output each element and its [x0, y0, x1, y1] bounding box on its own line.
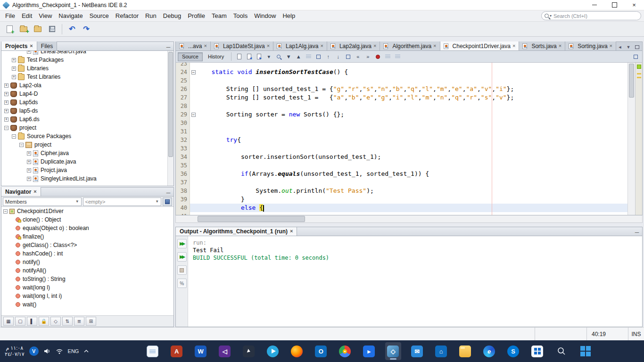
expander-icon[interactable]: +	[27, 151, 31, 156]
tree-item[interactable]: +Lap2-ola	[1, 81, 173, 90]
member-item[interactable]: equals(Object o) : boolean	[1, 224, 173, 232]
find-next-button[interactable]: ▼	[284, 52, 293, 61]
tree-item[interactable]: +Test Packages	[1, 56, 173, 64]
taskbar-access-icon[interactable]: A	[169, 342, 185, 360]
expander-icon[interactable]: −	[12, 134, 16, 139]
sort-by-visibility-icon[interactable]: ◇	[50, 317, 61, 326]
close-icon[interactable]: ×	[33, 189, 36, 194]
show-non-public-members-icon[interactable]: 🔒	[39, 317, 49, 326]
menu-view[interactable]: View	[35, 11, 55, 21]
member-item[interactable]: toString() : String	[1, 275, 173, 283]
shift-right-button[interactable]: »	[363, 52, 372, 61]
taskbar-store-icon[interactable]: ⌂	[433, 342, 449, 360]
close-button[interactable]: ×	[624, 0, 644, 10]
shift-left-button[interactable]: «	[353, 52, 363, 61]
tree-item[interactable]: +lap5-ds	[1, 107, 173, 115]
back-button[interactable]: ◄	[244, 52, 254, 61]
undo-button[interactable]: ↶	[66, 23, 79, 35]
menu-source[interactable]: Source	[86, 11, 112, 21]
member-item[interactable]: hashCode() : int	[1, 249, 173, 258]
wifi-icon[interactable]	[56, 348, 63, 354]
new-project-button[interactable]	[17, 23, 30, 35]
toggle-bookmark-button[interactable]	[343, 52, 353, 61]
taskbar-notepad-icon[interactable]	[145, 342, 161, 360]
expander-icon[interactable]: +	[12, 58, 16, 62]
quick-search-box[interactable]: ▾	[541, 11, 641, 20]
expander-icon[interactable]: +	[4, 100, 8, 105]
member-item[interactable]: wait(long l, int i)	[1, 292, 173, 300]
taskbar-design-tool-icon[interactable]	[241, 342, 257, 360]
expander-icon[interactable]: +	[12, 66, 16, 71]
close-icon[interactable]: ×	[267, 43, 270, 49]
tray-app-icon[interactable]: V	[29, 346, 39, 356]
hidden-icons-chevron-icon[interactable]	[83, 349, 89, 353]
projects-scrollbar[interactable]	[167, 51, 173, 186]
menu-navigate[interactable]: Navigate	[55, 11, 86, 21]
members-view-select[interactable]: Members ▼	[3, 197, 82, 206]
forward-button[interactable]: ►	[254, 52, 264, 61]
sort-alphabetically-icon[interactable]: ⇅	[62, 317, 73, 326]
code-line-37[interactable]: 37	[176, 178, 627, 187]
taskbar-explorer-icon[interactable]	[457, 342, 473, 360]
last-edit-position-button[interactable]	[234, 52, 244, 61]
tree-item[interactable]: +SingleyLinkedList.java	[1, 174, 173, 183]
expander-icon[interactable]: +	[4, 117, 8, 122]
new-file-button[interactable]	[3, 23, 16, 35]
inherited-filter-select[interactable]: <empty> ▼	[83, 197, 162, 206]
show-static-members-icon[interactable]: ▌	[27, 317, 37, 326]
menu-file[interactable]: File	[2, 11, 18, 21]
code-line-34[interactable]: 34 sorter.insertionSort(unsorted_test_1)…	[176, 153, 627, 161]
close-icon[interactable]: ×	[290, 229, 293, 234]
find-previous-button[interactable]: ▲	[294, 52, 303, 61]
taskbar-start-icon[interactable]	[578, 342, 594, 360]
stop-build-button[interactable]	[177, 265, 187, 275]
find-selection-button[interactable]	[274, 52, 283, 61]
rerun-with-options-button[interactable]: ▶▶	[177, 252, 187, 262]
expander-icon[interactable]: +	[27, 160, 31, 164]
close-icon[interactable]: ×	[559, 43, 561, 49]
maximize-editor-icon[interactable]	[633, 43, 641, 50]
redo-button[interactable]: ↷	[80, 23, 93, 35]
editor-tab-lap1alg-java[interactable]: Lap1Alg.java×	[273, 41, 327, 50]
taskbar-firefox-icon[interactable]	[289, 342, 305, 360]
code-line-32[interactable]: 32 try{	[176, 136, 627, 144]
output-text[interactable]: run:Test FailBUILD SUCCESSFUL (total tim…	[188, 236, 642, 327]
taskbar-movies-icon[interactable]: ▸	[361, 342, 377, 360]
expander-icon[interactable]: +	[27, 168, 31, 173]
code-line-38[interactable]: 38 System.out.println("Test Pass");	[176, 187, 627, 195]
fold-toggle-icon[interactable]: −	[191, 113, 196, 117]
taskbar-clock[interactable]: ١١:٠٨ م ٢٤/٠٧/١٧	[5, 345, 25, 357]
taskbar-tiles-icon[interactable]	[529, 342, 545, 360]
next-bookmark-button[interactable]: ↓	[333, 52, 343, 61]
editor-tab-sorts-java[interactable]: Sorts.java×	[519, 41, 565, 50]
menu-help[interactable]: Help	[279, 11, 298, 21]
save-all-button[interactable]	[45, 23, 58, 35]
member-item[interactable]: notify()	[1, 258, 173, 266]
search-dropdown-icon[interactable]: ▾	[550, 14, 552, 18]
source-view-button[interactable]: Source	[178, 52, 203, 61]
code-line-40[interactable]: 40 else {	[176, 204, 627, 212]
menu-profile[interactable]: Profile	[184, 11, 208, 21]
show-inherited-members-icon[interactable]: ▦	[3, 317, 14, 326]
code-line-35[interactable]: 35	[176, 161, 627, 170]
taskbar-netbeans-icon[interactable]: ◇	[385, 342, 401, 360]
tree-item[interactable]: −project	[1, 140, 173, 149]
uncomment-button[interactable]	[393, 52, 402, 61]
maximize-button[interactable]	[604, 0, 624, 10]
code-line-26[interactable]: 26 String [] unsorted_test_1 = {"g","r",…	[176, 85, 627, 93]
code-editor[interactable]: 2324− static void insertionSortTestCase(…	[175, 63, 643, 215]
expander-icon[interactable]: +	[27, 51, 31, 54]
tree-item[interactable]: +LinearSearch.java	[1, 51, 173, 56]
minimize-panel-icon[interactable]: ─	[163, 189, 173, 196]
menu-debug[interactable]: Debug	[160, 11, 184, 21]
editor-tab--ava[interactable]: ...ava×	[176, 41, 211, 50]
navigator-view-options-button[interactable]	[163, 197, 172, 206]
tab-list-icon[interactable]: ▼	[625, 43, 632, 50]
history-view-button[interactable]: History	[204, 52, 228, 61]
tree-item[interactable]: +Test Libraries	[1, 73, 173, 81]
navigator-root-item[interactable]: −Checkpoint1Driver	[1, 207, 173, 215]
close-icon[interactable]: ×	[610, 43, 612, 49]
expander-icon[interactable]: −	[3, 209, 8, 214]
fold-toggle-icon[interactable]: −	[191, 70, 196, 74]
taskbar-edge-icon[interactable]: e	[481, 342, 497, 360]
